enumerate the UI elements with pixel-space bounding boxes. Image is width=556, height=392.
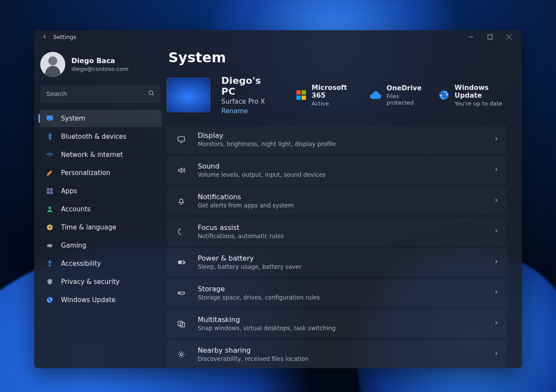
row-title: Sound bbox=[198, 162, 493, 170]
row-title: Multitasking bbox=[198, 316, 493, 324]
sidebar-item-personalize[interactable]: Personalization bbox=[39, 164, 161, 182]
sidebar-item-label: System bbox=[61, 115, 85, 122]
chevron-right-icon bbox=[493, 166, 499, 174]
system-icon bbox=[45, 114, 54, 123]
power-icon bbox=[176, 257, 186, 268]
close-button[interactable] bbox=[499, 30, 518, 43]
status-title: Microsoft 365 bbox=[312, 84, 354, 99]
sidebar-item-label: Bluetooth & devices bbox=[61, 133, 126, 140]
back-arrow-icon bbox=[42, 34, 48, 40]
sidebar-item-time[interactable]: Time & language bbox=[39, 219, 161, 236]
sidebar-item-system[interactable]: System bbox=[39, 110, 161, 127]
microsoft-365-status[interactable]: Microsoft 365 Active bbox=[296, 84, 354, 107]
settings-row-multitask[interactable]: MultitaskingSnap windows, virtual deskto… bbox=[167, 309, 507, 338]
sidebar-item-label: Time & language bbox=[61, 223, 116, 231]
pc-model: Surface Pro X bbox=[222, 98, 269, 105]
settings-row-storage[interactable]: StorageStorage space, drives, configurat… bbox=[167, 279, 507, 307]
user-account-button[interactable]: Diego Baca diego@contoso.com bbox=[38, 49, 163, 81]
row-title: Focus assist bbox=[198, 223, 493, 232]
onedrive-cloud-icon bbox=[370, 89, 382, 102]
sidebar-item-apps[interactable]: Apps bbox=[39, 182, 161, 200]
sidebar-item-accounts[interactable]: Accounts bbox=[39, 201, 161, 218]
user-email: diego@contoso.com bbox=[71, 66, 129, 72]
settings-row-notifications[interactable]: NotificationsGet alerts from apps and sy… bbox=[167, 187, 507, 215]
focus-icon bbox=[176, 226, 186, 237]
sidebar-item-gaming[interactable]: Gaming bbox=[39, 237, 161, 254]
sidebar-item-label: Accessibility bbox=[61, 260, 101, 268]
back-button[interactable] bbox=[40, 34, 49, 40]
svg-point-29 bbox=[179, 293, 180, 293]
row-title: Nearby sharing bbox=[198, 346, 493, 354]
svg-rect-27 bbox=[179, 261, 181, 263]
svg-rect-21 bbox=[296, 96, 301, 100]
status-title: Windows Update bbox=[455, 84, 507, 99]
pc-name: Diego's PC bbox=[222, 75, 269, 97]
row-description: Sleep, battery usage, battery saver bbox=[198, 263, 493, 270]
settings-row-nearby[interactable]: Nearby sharingDiscoverability, received … bbox=[167, 340, 507, 368]
rename-link[interactable]: Rename bbox=[222, 107, 269, 115]
sidebar-item-network[interactable]: Network & internet bbox=[39, 146, 161, 163]
accessibility-icon bbox=[45, 259, 54, 268]
svg-point-32 bbox=[180, 353, 183, 355]
status-subtitle: Active bbox=[312, 100, 354, 107]
page-title: System bbox=[168, 49, 507, 66]
sidebar-item-label: Personalization bbox=[61, 169, 110, 177]
chevron-right-icon bbox=[493, 289, 499, 297]
maximize-icon bbox=[488, 35, 492, 39]
sound-icon bbox=[176, 165, 186, 175]
minimize-icon bbox=[469, 35, 473, 39]
row-title: Power & battery bbox=[198, 254, 493, 262]
personalize-icon bbox=[45, 169, 54, 177]
gaming-icon bbox=[45, 241, 54, 250]
sidebar-item-privacy[interactable]: Privacy & security bbox=[39, 273, 161, 290]
svg-point-7 bbox=[49, 156, 50, 157]
minimize-button[interactable] bbox=[461, 30, 480, 43]
notifications-icon bbox=[176, 196, 186, 206]
svg-point-16 bbox=[51, 245, 51, 246]
nav-list: SystemBluetooth & devicesNetwork & inter… bbox=[38, 110, 163, 309]
svg-rect-8 bbox=[47, 188, 49, 191]
svg-point-12 bbox=[48, 207, 51, 209]
settings-row-sound[interactable]: SoundVolume levels, output, input, sound… bbox=[167, 156, 507, 184]
avatar-icon bbox=[40, 52, 65, 77]
row-description: Discoverability, received files location bbox=[198, 355, 493, 362]
apps-icon bbox=[45, 187, 54, 195]
sidebar-item-label: Network & internet bbox=[61, 151, 123, 159]
multitask-icon bbox=[176, 319, 186, 329]
nearby-icon bbox=[176, 349, 186, 360]
row-description: Volume levels, output, input, sound devi… bbox=[198, 171, 493, 178]
search-input[interactable] bbox=[40, 86, 161, 102]
status-subtitle: You're up to date bbox=[455, 100, 507, 107]
settings-row-focus[interactable]: Focus assistNotifications, automatic rul… bbox=[167, 217, 507, 245]
svg-rect-5 bbox=[47, 116, 53, 120]
search-field bbox=[40, 86, 161, 102]
svg-rect-11 bbox=[50, 191, 53, 194]
svg-point-4 bbox=[149, 91, 153, 95]
row-description: Snap windows, virtual desktops, task swi… bbox=[198, 325, 493, 331]
microsoft-logo-icon bbox=[296, 89, 306, 102]
titlebar: Settings bbox=[34, 30, 522, 43]
windows-update-status[interactable]: Windows Update You're up to date bbox=[439, 84, 507, 107]
pc-metadata: Diego's PC Surface Pro X Rename bbox=[222, 75, 269, 115]
settings-list: DisplayMonitors, brightness, night light… bbox=[167, 125, 507, 368]
window-title: Settings bbox=[53, 34, 76, 40]
sidebar-item-update[interactable]: Windows Update bbox=[39, 291, 161, 309]
svg-rect-26 bbox=[184, 261, 185, 263]
sidebar-item-label: Gaming bbox=[61, 242, 87, 249]
sidebar-item-bluetooth[interactable]: Bluetooth & devices bbox=[39, 128, 161, 145]
row-description: Monitors, brightness, night light, displ… bbox=[198, 140, 493, 147]
settings-row-power[interactable]: Power & batterySleep, battery usage, bat… bbox=[167, 248, 507, 276]
svg-rect-9 bbox=[50, 188, 53, 191]
svg-rect-22 bbox=[302, 96, 306, 100]
svg-rect-6 bbox=[48, 121, 51, 121]
row-title: Notifications bbox=[198, 193, 493, 201]
network-icon bbox=[45, 150, 54, 159]
sidebar-item-accessibility[interactable]: Accessibility bbox=[39, 255, 161, 272]
sidebar-item-label: Privacy & security bbox=[61, 278, 119, 286]
onedrive-status[interactable]: OneDrive Files protected bbox=[370, 84, 423, 106]
display-icon bbox=[176, 134, 186, 145]
maximize-button[interactable] bbox=[480, 30, 499, 43]
chevron-right-icon bbox=[493, 350, 499, 358]
close-icon bbox=[507, 35, 511, 39]
settings-row-display[interactable]: DisplayMonitors, brightness, night light… bbox=[167, 125, 507, 153]
